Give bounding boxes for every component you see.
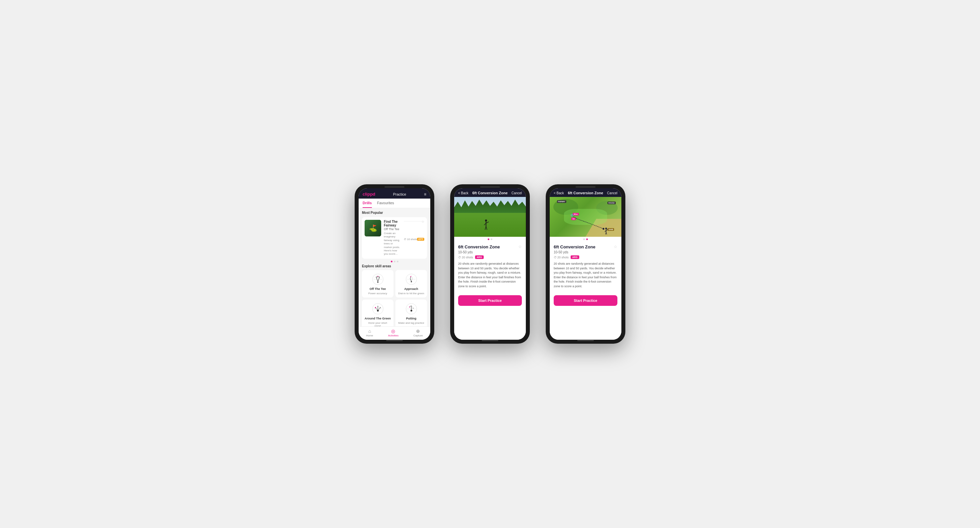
- svg-point-30: [485, 220, 487, 222]
- golf-course-thumbnail: [364, 220, 381, 236]
- p3-image-dots: [550, 237, 621, 242]
- skill-card-ott[interactable]: Off The Tee Power accuracy: [362, 270, 393, 298]
- putting-name: Putting: [406, 317, 416, 320]
- svg-point-7: [377, 276, 378, 277]
- svg-point-36: [571, 214, 573, 217]
- drill-header: 6ft Conversion Zone ☆: [458, 244, 522, 249]
- nav-activities[interactable]: ◎ Activities: [388, 329, 399, 337]
- arg-badge: ARG: [475, 255, 484, 259]
- svg-line-21: [378, 308, 380, 311]
- phone-3: < Back 6ft Conversion Zone Cancel: [546, 184, 625, 344]
- golf-photo: [454, 197, 526, 237]
- skill-card-putting[interactable]: Putting Make and lag practice: [395, 300, 427, 326]
- p3-cancel-button[interactable]: Cancel: [607, 191, 617, 195]
- p1-content: Most Popular Find The Fairway Off The Te…: [359, 208, 430, 326]
- svg-line-35: [486, 227, 487, 230]
- drill-title: 6ft Conversion Zone: [458, 244, 500, 249]
- svg-point-12: [410, 276, 411, 277]
- p3-drill-title: 6ft Conversion Zone: [554, 244, 595, 249]
- svg-line-34: [485, 227, 486, 230]
- svg-point-38: [605, 228, 607, 230]
- p1-menu-icon[interactable]: ≡: [424, 192, 426, 196]
- svg-line-20: [375, 308, 377, 311]
- phone-3-screen: < Back 6ft Conversion Zone Cancel: [550, 188, 621, 340]
- img-dot-2[interactable]: [491, 238, 492, 240]
- p3-body: 6ft Conversion Zone ☆ 10-50 yds ⏱ 20 sho…: [550, 242, 621, 311]
- most-popular-label: Most Popular: [362, 211, 427, 215]
- putting-icon: [405, 302, 418, 316]
- dot-3[interactable]: [397, 261, 398, 262]
- p1-logo: clippd: [363, 191, 375, 196]
- p3-img-dot-1[interactable]: [583, 238, 585, 240]
- clock-icon: ⏱: [404, 238, 406, 241]
- shots-row: ⏱ 20 shots ARG: [458, 255, 522, 259]
- nav-home[interactable]: ⌂ Home: [366, 329, 373, 337]
- svg-point-11: [411, 281, 412, 282]
- card-description: Create an imaginary fairway using trees …: [384, 232, 401, 256]
- svg-point-3: [377, 282, 379, 283]
- card-info: Find The Fairway Off The Tee Create an i…: [384, 220, 401, 256]
- explore-label: Explore skill areas: [362, 264, 427, 268]
- p3-back-button[interactable]: < Back: [554, 191, 564, 195]
- shots-count: ⏱ 10 shots: [404, 238, 417, 241]
- image-dots: [454, 237, 526, 242]
- atg-desc: Hone your short game: [364, 321, 391, 326]
- activities-icon: ◎: [391, 329, 395, 334]
- phone-1-screen: clippd Practice ≡ Drills Favourites Most…: [359, 188, 430, 340]
- drill-yardage: 10-50 yds: [458, 250, 522, 254]
- p3-shots-row: ⏱ 20 shots ARG: [554, 255, 617, 259]
- cancel-button[interactable]: Cancel: [512, 191, 522, 195]
- svg-point-26: [410, 309, 412, 311]
- nav-capture-label: Capture: [414, 334, 423, 337]
- p3-drill-description: 20 shots are randomly generated at dista…: [554, 262, 617, 289]
- p1-header-title: Practice: [393, 192, 406, 196]
- p3-header-title: 6ft Conversion Zone: [568, 191, 603, 195]
- ott-name: Off The Tee: [369, 287, 386, 290]
- start-practice-button[interactable]: Start Practice: [458, 295, 522, 306]
- atg-name: Around The Green: [364, 317, 391, 320]
- p2-header-title: 6ft Conversion Zone: [473, 191, 508, 195]
- p3-start-practice-button[interactable]: Start Practice: [554, 295, 617, 306]
- svg-line-33: [486, 222, 489, 223]
- skill-grid: Off The Tee Power accuracy: [362, 270, 427, 326]
- p2-body: 6ft Conversion Zone ☆ 10-50 yds ⏱ 20 sho…: [454, 242, 526, 311]
- drill-star[interactable]: ☆: [518, 244, 522, 249]
- capture-icon: ⊕: [416, 329, 420, 334]
- putting-desc: Make and lag practice: [398, 321, 424, 324]
- nav-activities-label: Activities: [388, 334, 399, 337]
- dot-2[interactable]: [394, 261, 395, 262]
- phone-2-screen: < Back 6ft Conversion Zone Cancel: [454, 188, 526, 340]
- p3-img-dot-2[interactable]: [586, 238, 588, 240]
- tab-favourites[interactable]: Favourites: [377, 199, 394, 208]
- p3-drill-yardage: 10-50 yds: [554, 250, 617, 254]
- nav-capture[interactable]: ⊕ Capture: [414, 329, 423, 337]
- p3-clock-icon: ⏱: [554, 256, 557, 259]
- ott-desc: Power accuracy: [368, 292, 387, 295]
- bottom-nav: ⌂ Home ◎ Activities ⊕ Capture: [359, 326, 430, 340]
- atg-icon: [371, 302, 385, 316]
- shots-label: ⏱ 20 shots: [458, 256, 473, 259]
- phone-1: clippd Practice ≡ Drills Favourites Most…: [355, 184, 434, 344]
- p3-arg-badge: ARG: [571, 255, 579, 259]
- drill-card-find-fairway[interactable]: Find The Fairway Off The Tee Create an i…: [362, 217, 427, 259]
- drill-description: 20 shots are randomly generated at dista…: [458, 262, 522, 289]
- card-image: [364, 220, 381, 236]
- golf-map: FAIRWAY ROUGH SAND Miss Hit: [550, 197, 621, 237]
- dot-1[interactable]: [391, 261, 393, 262]
- ott-icon: [371, 273, 385, 286]
- p1-header: clippd Practice ≡: [359, 188, 430, 199]
- svg-line-43: [606, 233, 607, 234]
- img-dot-1[interactable]: [488, 238, 489, 240]
- p2-content: 6ft Conversion Zone ☆ 10-50 yds ⏱ 20 sho…: [454, 197, 526, 340]
- approach-name: Approach: [404, 287, 418, 290]
- card-title: Find The Fairway: [384, 220, 401, 227]
- phones-container: clippd Practice ≡ Drills Favourites Most…: [355, 184, 625, 344]
- skill-card-approach[interactable]: Approach Dial-in to hit the green: [395, 270, 427, 298]
- skill-card-atg[interactable]: Around The Green Hone your short game: [362, 300, 393, 326]
- p3-drill-star[interactable]: ☆: [614, 244, 617, 249]
- tab-drills[interactable]: Drills: [363, 199, 372, 208]
- card-favourite-star[interactable]: ☆: [421, 220, 424, 223]
- p3-header: < Back 6ft Conversion Zone Cancel: [550, 188, 621, 197]
- home-icon: ⌂: [368, 329, 371, 334]
- back-button[interactable]: < Back: [458, 191, 468, 195]
